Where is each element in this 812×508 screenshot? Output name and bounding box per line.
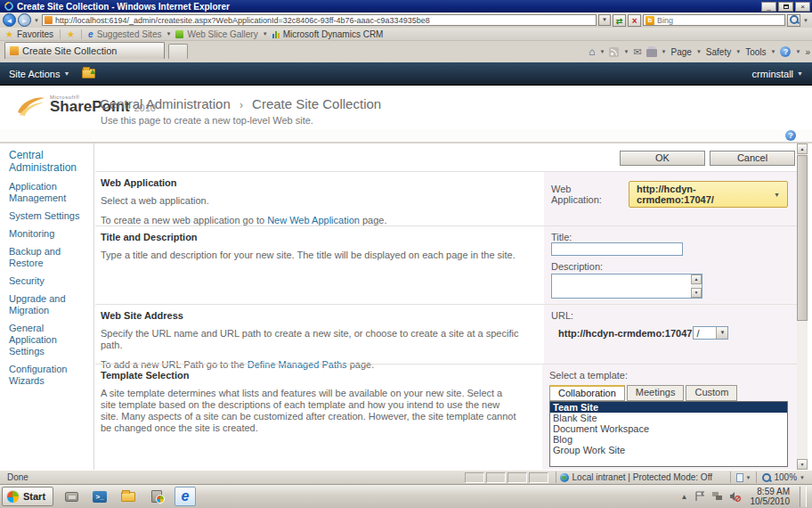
sidebar-item-upgrade-and-migration[interactable]: Upgrade and Migration xyxy=(9,293,90,316)
address-dropdown-button[interactable]: ▼ xyxy=(598,14,611,26)
address-field[interactable] xyxy=(42,14,597,26)
tab-collaboration[interactable]: Collaboration xyxy=(549,385,625,401)
tab-create-site-collection[interactable]: Create Site Collection xyxy=(4,42,165,59)
stop-button[interactable]: × xyxy=(628,14,641,27)
page-menu[interactable]: Page xyxy=(671,47,692,57)
compatibility-pane[interactable]: ▼ xyxy=(730,471,757,483)
user-name: crminstall xyxy=(752,69,793,79)
scrollbar-down-icon[interactable]: ▼ xyxy=(797,459,808,470)
restore-button[interactable] xyxy=(778,2,793,12)
volume-muted-icon[interactable] xyxy=(729,491,741,502)
scrollbar-thumb[interactable] xyxy=(797,155,808,321)
navigate-up-icon[interactable]: ▲ xyxy=(82,69,95,78)
print-icon[interactable] xyxy=(646,49,657,57)
title-input[interactable] xyxy=(551,242,683,256)
web-application-dropdown[interactable]: http://hcdyn-crmdemo:17047/ ▼ xyxy=(629,181,788,208)
clock-time: 8:59 AM xyxy=(751,487,791,496)
start-button[interactable]: Start xyxy=(2,487,53,506)
history-dropdown-icon[interactable]: ▼ xyxy=(33,18,40,23)
scroll-down-icon[interactable]: ▼ xyxy=(691,288,702,298)
suggested-sites-dropdown-icon[interactable]: ▼ xyxy=(165,31,172,37)
taskbar-computer-button[interactable] xyxy=(61,487,82,506)
home-dropdown-icon[interactable]: ▼ xyxy=(599,49,605,54)
template-selection-desc: A site template determines what lists an… xyxy=(101,388,519,434)
new-web-application-link[interactable]: New Web Application xyxy=(267,215,360,225)
taskbar-explorer-button[interactable] xyxy=(118,487,139,506)
search-box[interactable]: b xyxy=(643,14,785,26)
sidebar-item-backup-and-restore[interactable]: Backup and Restore xyxy=(9,246,90,269)
sidebar-item-configuration-wizards[interactable]: Configuration Wizards xyxy=(9,364,90,387)
status-bar: Done Local intranet | Protected Mode: Of… xyxy=(0,470,812,484)
action-center-flag-icon[interactable] xyxy=(694,491,705,502)
taskbar-clock[interactable]: 8:59 AM 10/5/2010 xyxy=(747,487,791,506)
new-tab-button[interactable] xyxy=(168,44,188,59)
scrollbar-up-icon[interactable]: ▲ xyxy=(797,143,808,154)
select-template-label: Select a template: xyxy=(549,370,788,381)
sidebar-item-system-settings[interactable]: System Settings xyxy=(9,210,90,222)
user-menu[interactable]: crminstall ▼ xyxy=(752,69,803,79)
tray-expand-icon[interactable]: ▲ xyxy=(681,493,688,501)
web-slice-dropdown-icon[interactable]: ▼ xyxy=(262,31,269,37)
favorites-button[interactable]: Favorites xyxy=(17,29,53,39)
page-dropdown-icon[interactable]: ▼ xyxy=(696,49,702,54)
show-desktop-button[interactable] xyxy=(800,487,807,507)
url-path-select[interactable]: / ▼ xyxy=(693,326,728,340)
sidebar-item-application-management[interactable]: Application Management xyxy=(9,181,90,204)
rss-feed-icon[interactable] xyxy=(609,47,619,57)
url-input[interactable] xyxy=(55,16,594,25)
minimize-button[interactable]: _ xyxy=(761,2,776,12)
sidebar-item-general-application-settings[interactable]: General Application Settings xyxy=(9,323,90,357)
status-pane xyxy=(465,472,484,483)
tools-dropdown-icon[interactable]: ▼ xyxy=(771,49,776,54)
forward-button[interactable]: ► xyxy=(18,13,31,27)
tab-meetings[interactable]: Meetings xyxy=(627,385,685,401)
divider xyxy=(81,29,82,39)
web-slice-icon xyxy=(175,30,183,38)
tab-custom[interactable]: Custom xyxy=(686,385,737,401)
template-option-blog[interactable]: Blog xyxy=(550,434,787,445)
template-option-team-site[interactable]: Team Site xyxy=(550,402,787,413)
suggested-sites-button[interactable]: Suggested Sites xyxy=(97,29,162,39)
status-pane xyxy=(486,472,506,483)
search-dropdown-icon[interactable]: ▼ xyxy=(802,18,809,23)
scroll-up-icon[interactable]: ▲ xyxy=(691,274,702,284)
page-help-icon[interactable]: ? xyxy=(785,130,796,141)
web-slice-gallery-button[interactable]: Web Slice Gallery xyxy=(187,29,257,39)
rss-dropdown-icon[interactable]: ▼ xyxy=(623,49,629,54)
close-button[interactable]: × xyxy=(795,2,810,12)
zoom-control[interactable]: 100% ▼ xyxy=(756,471,812,483)
search-input[interactable] xyxy=(657,16,783,25)
dynamics-crm-link[interactable]: Microsoft Dynamics CRM xyxy=(283,29,384,39)
cancel-button[interactable]: Cancel xyxy=(710,151,795,166)
content-scrollbar[interactable]: ▲ ▼ xyxy=(797,143,808,470)
add-favorite-icon[interactable]: ★ xyxy=(67,29,75,39)
safety-menu[interactable]: Safety xyxy=(706,47,731,57)
breadcrumb-central-administration[interactable]: Central Administration xyxy=(100,96,231,111)
template-option-blank-site[interactable]: Blank Site xyxy=(550,413,787,423)
taskbar-powershell-button[interactable]: >_ xyxy=(89,487,110,506)
home-icon[interactable]: ⌂ xyxy=(589,45,595,58)
sidebar-item-central-administration[interactable]: Central Administration xyxy=(9,149,90,174)
taskbar-internet-explorer-button[interactable]: e xyxy=(175,487,196,506)
safety-dropdown-icon[interactable]: ▼ xyxy=(735,49,741,54)
help-dropdown-icon[interactable]: ▼ xyxy=(795,49,800,54)
refresh-button[interactable]: ⇄ xyxy=(613,14,626,27)
template-option-document-workspace[interactable]: Document Workspace xyxy=(550,423,787,434)
read-mail-icon[interactable]: ✉ xyxy=(633,46,641,58)
sidebar-item-security[interactable]: Security xyxy=(9,275,90,287)
taskbar-server-manager-button[interactable] xyxy=(146,487,167,506)
help-icon[interactable]: ? xyxy=(780,46,791,57)
search-button[interactable] xyxy=(787,14,800,27)
ok-button[interactable]: OK xyxy=(620,151,705,166)
tools-menu[interactable]: Tools xyxy=(745,47,766,57)
site-actions-menu[interactable]: Site Actions ▼ xyxy=(9,69,69,79)
site-actions-bar: Site Actions ▼ ▲ crminstall ▼ xyxy=(0,62,812,85)
template-option-group-work-site[interactable]: Group Work Site xyxy=(550,445,787,455)
back-button[interactable]: ◄ xyxy=(3,13,16,27)
toolbar-overflow-button[interactable]: » xyxy=(805,47,810,57)
print-dropdown-icon[interactable]: ▼ xyxy=(662,49,667,54)
network-icon[interactable] xyxy=(711,491,723,502)
description-textarea[interactable] xyxy=(552,274,691,298)
url-path-selected-value: / xyxy=(694,328,716,339)
sidebar-item-monitoring[interactable]: Monitoring xyxy=(9,228,90,240)
